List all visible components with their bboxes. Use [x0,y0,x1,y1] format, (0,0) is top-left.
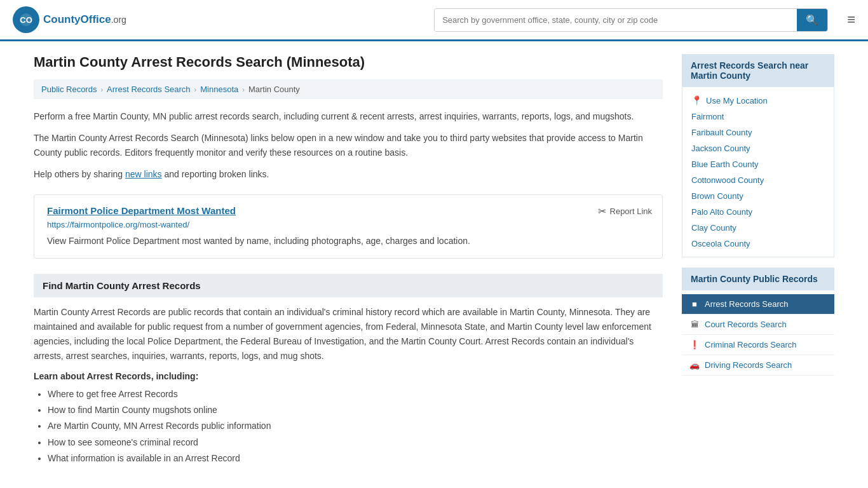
breadcrumb-arrest-records[interactable]: Arrest Records Search [107,85,191,94]
new-links-link[interactable]: new links [125,169,162,179]
breadcrumb-sep-1: › [100,86,103,93]
use-location-item[interactable]: 📍 Use My Location [682,92,834,109]
pub-rec-criminal[interactable]: ❗ Criminal Records Search [682,335,834,355]
nearby-link-osceola[interactable]: Osceola County [682,236,834,252]
court-icon: 🏛 [689,320,700,329]
logo-link[interactable]: CO CountyOffice.org [13,6,126,33]
use-location-link[interactable]: 📍 Use My Location [691,95,825,105]
intro-paragraph-2: The Martin County Arrest Records Search … [34,131,663,159]
menu-button[interactable]: ≡ [847,11,855,28]
driving-icon: 🚗 [689,360,700,370]
intro-paragraph-3: Help others by sharing new links and rep… [34,167,663,181]
svg-text:CO: CO [20,15,32,25]
list-item: What information is available in an Arre… [48,451,663,466]
site-header: CO CountyOffice.org 🔍 ≡ [0,0,868,41]
list-item: How to see someone's criminal record [48,435,663,451]
nearby-links-list: 📍 Use My Location Fairmont Faribault Cou… [682,87,834,257]
hamburger-icon: ≡ [847,11,855,27]
page-title: Martin County Arrest Records Search (Min… [34,54,663,71]
sidebar: Arrest Records Search near Martin County… [682,54,834,466]
pub-rec-arrest[interactable]: ■ Arrest Records Search [682,294,834,315]
find-section-header: Find Martin County Arrest Records [34,274,663,297]
pub-rec-driving[interactable]: 🚗 Driving Records Search [682,355,834,376]
location-icon: 📍 [691,95,702,105]
breadcrumb-sep-2: › [194,86,197,93]
public-records-section-title: Martin County Public Records [682,268,834,290]
record-description: View Fairmont Police Department most wan… [47,234,649,248]
nearby-link-brown[interactable]: Brown County [682,188,834,204]
intro-paragraph-1: Perform a free Martin County, MN public … [34,109,663,123]
criminal-icon: ❗ [689,340,700,349]
learn-list: Where to get free Arrest Records How to … [34,386,663,466]
nearby-link-faribault[interactable]: Faribault County [682,125,834,140]
report-icon: ✂ [598,205,606,217]
nearby-link-fairmont[interactable]: Fairmont [682,109,834,125]
search-input[interactable] [435,9,797,31]
record-card: Fairmont Police Department Most Wanted ✂… [34,194,663,259]
nearby-link-palo-alto[interactable]: Palo Alto County [682,204,834,220]
breadcrumb-minnesota[interactable]: Minnesota [200,85,238,94]
breadcrumb-martin-county: Martin County [248,85,300,94]
main-content: Martin County Arrest Records Search (Min… [34,54,663,466]
nearby-link-jackson[interactable]: Jackson County [682,140,834,156]
public-records-nav: ■ Arrest Records Search 🏛 Court Records … [682,294,834,376]
list-item: Where to get free Arrest Records [48,386,663,402]
logo-icon: CO [13,6,39,33]
breadcrumb-sep-3: › [242,86,245,93]
breadcrumb: Public Records › Arrest Records Search ›… [34,79,663,99]
report-link-button[interactable]: ✂ Report Link [598,205,652,217]
arrest-icon: ■ [689,299,700,309]
search-button[interactable]: 🔍 [797,9,827,31]
search-bar: 🔍 [434,8,828,32]
nearby-section-title: Arrest Records Search near Martin County [682,54,834,87]
search-icon: 🔍 [806,15,818,25]
page-wrap: Martin County Arrest Records Search (Min… [21,41,847,479]
learn-heading: Learn about Arrest Records, including: [34,371,663,381]
pub-rec-court[interactable]: 🏛 Court Records Search [682,315,834,335]
nearby-link-clay[interactable]: Clay County [682,220,834,236]
find-body-text: Martin County Arrest Records are public … [34,305,663,363]
list-item: How to find Martin County mugshots onlin… [48,402,663,418]
breadcrumb-public-records[interactable]: Public Records [41,85,97,94]
list-item: Are Martin County, MN Arrest Records pub… [48,418,663,434]
nearby-link-blue-earth[interactable]: Blue Earth County [682,156,834,172]
record-title-link[interactable]: Fairmont Police Department Most Wanted [47,205,236,216]
record-url: https://fairmontpolice.org/most-wanted/ [47,220,649,229]
nearby-link-cottonwood[interactable]: Cottonwood County [682,172,834,188]
logo-text: CountyOffice.org [43,13,126,26]
